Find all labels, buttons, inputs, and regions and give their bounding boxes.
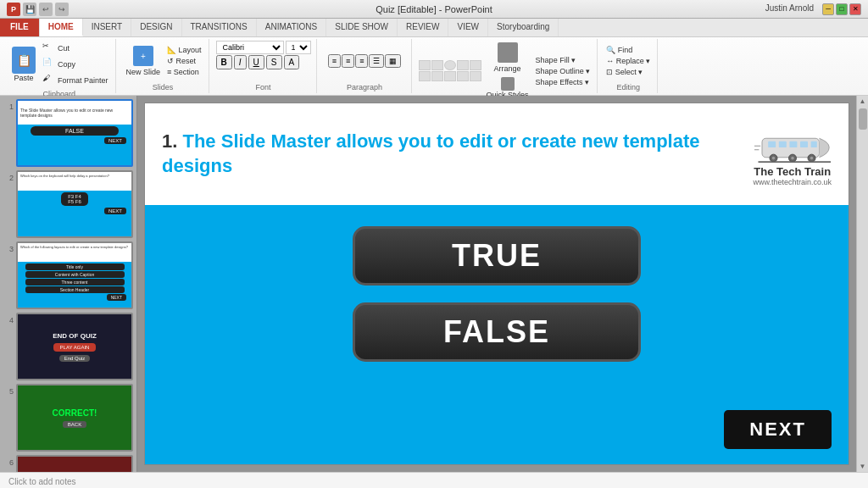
shape-options-group: Shape Fill ▾ Shape Outline ▾ Shape Effec…: [534, 55, 593, 87]
false-button[interactable]: FALSE: [353, 302, 641, 362]
convert-smartart-button[interactable]: ▦: [385, 54, 401, 68]
shape-fill-button[interactable]: Shape Fill ▾: [534, 55, 593, 65]
replace-button[interactable]: ↔ Replace ▾: [604, 56, 652, 66]
tab-transitions[interactable]: TRANSITIONS: [182, 19, 257, 36]
shape-more[interactable]: [470, 60, 481, 70]
ribbon-group-drawing: Arrange Quick Styles Shape Fill ▾ Shape …: [414, 39, 598, 93]
scroll-down-arrow[interactable]: ▼: [860, 463, 866, 470]
new-slide-button[interactable]: + New Slide: [123, 44, 164, 78]
shape-effects-button[interactable]: Shape Effects ▾: [534, 77, 593, 87]
slide-4-end: END OF QUIZ: [53, 332, 97, 340]
user-name: Justin Arnold: [765, 3, 814, 15]
slide-3-opt2: Content with Caption: [25, 271, 125, 278]
logo-name: The Tech Train: [754, 165, 831, 178]
shape-9[interactable]: [457, 71, 469, 81]
maximize-button[interactable]: □: [836, 3, 848, 15]
reset-button[interactable]: ↺ Reset: [165, 56, 203, 66]
shape-10[interactable]: [470, 71, 481, 81]
tab-animations[interactable]: ANIMATIONS: [257, 19, 326, 36]
layout-button[interactable]: 📐 Layout: [165, 45, 203, 55]
italic-button[interactable]: I: [234, 55, 247, 69]
font-size-select[interactable]: 12: [286, 41, 311, 54]
slide-4-again: PLAY AGAIN: [53, 343, 97, 352]
tab-review[interactable]: REVIEW: [398, 19, 448, 36]
slide-1-num: 1: [3, 103, 14, 111]
paragraph-label: Paragraph: [347, 81, 382, 92]
paste-button[interactable]: 📋 Paste: [8, 45, 39, 84]
minimize-button[interactable]: ─: [822, 3, 834, 15]
slide-logo: The Tech Train www.thetechtrain.co.uk: [753, 123, 832, 186]
slide-thumb-6[interactable]: WRONG! BACK: [16, 455, 133, 472]
undo-icon[interactable]: ↩: [39, 3, 53, 16]
bold-button[interactable]: B: [216, 55, 232, 69]
format-painter-button[interactable]: 🖌Format Painter: [41, 73, 110, 88]
slide-3-q: Which of the following layouts to edit o…: [18, 243, 131, 262]
shape-8[interactable]: [444, 71, 456, 81]
strikethrough-button[interactable]: S: [266, 55, 282, 69]
save-icon[interactable]: 💾: [23, 3, 36, 16]
main-area: 1 The Slide Master allows you to edit or…: [0, 96, 868, 472]
shape-outline-button[interactable]: Shape Outline ▾: [534, 66, 593, 76]
slide-3-num: 3: [3, 245, 14, 253]
svg-point-11: [810, 156, 813, 159]
underline-button[interactable]: U: [248, 55, 264, 69]
bullet-button[interactable]: ☰: [369, 54, 384, 68]
tab-slideshow[interactable]: SLIDE SHOW: [326, 19, 398, 36]
slide-panel: 1 The Slide Master allows you to edit or…: [0, 96, 137, 472]
shape-rect[interactable]: [431, 60, 443, 70]
svg-rect-2: [779, 141, 787, 147]
close-button[interactable]: ✕: [849, 3, 861, 15]
slide-thumb-4[interactable]: END OF QUIZ PLAY AGAIN End Quiz: [16, 313, 133, 380]
font-color-button[interactable]: A: [284, 55, 300, 69]
shape-7[interactable]: [431, 71, 443, 81]
font-controls: Calibri 12 B I U S A: [216, 41, 311, 69]
paste-icon: 📋: [12, 47, 36, 74]
scroll-thumb[interactable]: [859, 108, 867, 130]
find-button[interactable]: 🔍 Find: [604, 45, 652, 55]
scroll-up-arrow[interactable]: ▲: [860, 97, 866, 105]
cut-button[interactable]: ✂Cut: [41, 41, 110, 56]
window-title: Quiz [Editable] - PowerPoint: [376, 4, 492, 14]
align-left-button[interactable]: ≡: [328, 54, 341, 68]
slide-3-opt1: Title only: [25, 263, 125, 270]
tab-file[interactable]: FILE: [0, 19, 40, 36]
slide-thumb-2[interactable]: Which keys on the keyboard will help del…: [16, 170, 133, 238]
arrange-button[interactable]: Arrange: [483, 41, 532, 75]
slide-2-q: Which keys on the keyboard will help del…: [18, 172, 131, 191]
font-family-select[interactable]: Calibri: [216, 41, 284, 54]
redo-icon[interactable]: ↪: [55, 3, 69, 16]
tab-home[interactable]: HOME: [40, 19, 83, 36]
slide-1-false-btn: FALSE: [31, 126, 119, 136]
slide-question-area: 1. The Slide Master allows you to edit o…: [145, 103, 849, 205]
tab-design[interactable]: DESIGN: [131, 19, 181, 36]
shape-line[interactable]: [419, 60, 431, 70]
tab-view[interactable]: VIEW: [448, 19, 488, 36]
vertical-scrollbar[interactable]: ▲ ▼: [856, 96, 868, 472]
slide-4-content: END OF QUIZ PLAY AGAIN End Quiz: [18, 314, 131, 379]
section-button[interactable]: ≡ Section: [165, 67, 203, 77]
true-button[interactable]: TRUE: [353, 226, 641, 286]
svg-rect-1: [768, 141, 776, 147]
slide-thumb-3[interactable]: Which of the following layouts to edit o…: [16, 241, 133, 309]
shape-oval[interactable]: [444, 60, 456, 70]
powerpoint-icon: P: [7, 3, 20, 16]
shapes-palette: [419, 60, 481, 81]
copy-button[interactable]: 📄Copy: [41, 57, 110, 72]
slide-thumb-1[interactable]: The Slide Master allows you to edit or c…: [16, 99, 133, 167]
font-row-2: B I U S A: [216, 55, 311, 69]
next-button[interactable]: NEXT: [724, 410, 832, 449]
select-button[interactable]: ⊡ Select ▾: [604, 67, 652, 77]
slides-buttons: + New Slide 📐 Layout ↺ Reset ≡ Section: [123, 41, 203, 81]
shape-6[interactable]: [419, 71, 431, 81]
align-right-button[interactable]: ≡: [355, 54, 368, 68]
slide-5-num: 5: [3, 387, 14, 396]
train-svg: [754, 123, 831, 165]
slide-1-content: FALSE NEXT: [18, 125, 131, 146]
tab-insert[interactable]: INSERT: [83, 19, 132, 36]
shape-arrow[interactable]: [457, 60, 469, 70]
tab-storyboarding[interactable]: Storyboarding: [488, 19, 559, 36]
ribbon-group-clipboard: 📋 Paste ✂Cut 📄Copy 🖌Format Painter Clipb…: [3, 39, 116, 93]
ribbon-group-editing: 🔍 Find ↔ Replace ▾ ⊡ Select ▾ Editing: [599, 39, 658, 93]
slide-thumb-5[interactable]: CORRECT! BACK: [16, 384, 133, 452]
align-center-button[interactable]: ≡: [342, 54, 354, 68]
